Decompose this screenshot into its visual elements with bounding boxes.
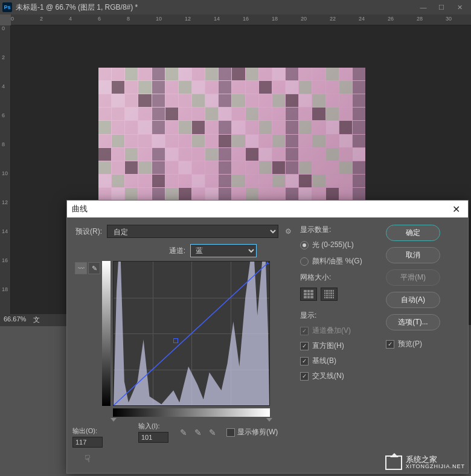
grid-size-small[interactable] — [300, 288, 317, 301]
output-gradient — [102, 261, 111, 406]
dialog-title: 曲线 — [72, 204, 449, 214]
curves-dialog: 曲线 ✕ 预设(R): 自定 ⚙ 通道: 蓝 〰 ✎ — [66, 200, 469, 474]
display-amount-label: 显示数量: — [300, 225, 379, 235]
smooth-button: 平滑(M) — [386, 269, 440, 286]
zoom-level[interactable]: 66.67% — [4, 315, 26, 325]
preview-label: 预览(P) — [398, 339, 422, 349]
eyedropper-gray-icon[interactable]: ✎ — [193, 427, 203, 438]
input-gradient — [113, 408, 270, 417]
preview-checkbox[interactable] — [386, 340, 394, 349]
curve-tool-point[interactable]: 〰 — [75, 262, 87, 274]
status-label: 文 — [33, 315, 40, 325]
input-label: 输入(I): — [138, 422, 168, 431]
eyedropper-white-icon[interactable]: ✎ — [207, 427, 218, 438]
show-label: 显示: — [300, 310, 379, 321]
preset-gear-icon[interactable]: ⚙ — [283, 227, 293, 236]
histogram-label: 直方图(H) — [312, 341, 344, 351]
maximize-button[interactable]: ☐ — [432, 1, 450, 13]
output-label: 输出(O): — [72, 426, 103, 436]
display-pigment-label: 颜料/油墨 %(G) — [312, 256, 362, 266]
minimize-button[interactable]: — — [414, 1, 432, 13]
options-button[interactable]: 选项(T)... — [386, 314, 440, 330]
svg-line-1 — [114, 262, 269, 405]
channel-overlay-checkbox — [300, 327, 309, 335]
display-pigment-radio[interactable] — [300, 257, 309, 266]
document-image[interactable] — [98, 68, 365, 201]
show-clip-label: 显示修剪(W) — [237, 427, 278, 437]
curve-point-end[interactable] — [267, 261, 270, 264]
ok-button[interactable]: 确定 — [386, 225, 440, 241]
dialog-close-button[interactable]: ✕ — [449, 202, 463, 216]
preset-label: 预设(R): — [75, 227, 102, 237]
auto-button[interactable]: 自动(A) — [386, 292, 440, 308]
ps-app-icon: Ps — [2, 2, 12, 12]
window-title: 未标题-1 @ 66.7% (图层 1, RGB/8#) * — [16, 2, 414, 13]
vertical-ruler: 024681012141618 — [0, 25, 11, 325]
input-value[interactable] — [138, 432, 168, 443]
eyedropper-black-icon[interactable]: ✎ — [178, 427, 189, 438]
channel-label: 通道: — [169, 246, 185, 256]
intersection-label: 交叉线(N) — [312, 371, 344, 381]
histogram-checkbox[interactable] — [300, 342, 309, 350]
cancel-button[interactable]: 取消 — [386, 247, 440, 263]
display-light-label: 光 (0-255)(L) — [312, 240, 354, 250]
grid-size-label: 网格大小: — [300, 272, 379, 283]
baseline-label: 基线(B) — [312, 356, 336, 366]
curve-point[interactable] — [173, 338, 178, 343]
channel-overlay-label: 通道叠加(V) — [312, 326, 351, 336]
intersection-checkbox[interactable] — [300, 372, 309, 381]
output-value[interactable] — [72, 437, 103, 448]
display-light-radio[interactable] — [300, 241, 309, 249]
close-button[interactable]: ✕ — [450, 1, 469, 13]
horizontal-ruler: 024681012141618202224262830 — [11, 14, 471, 25]
status-bar: 66.67% 文 — [0, 314, 66, 326]
preset-select[interactable]: 自定 — [107, 225, 278, 238]
show-clip-checkbox[interactable] — [226, 428, 235, 437]
channel-select[interactable]: 蓝 — [190, 244, 257, 257]
hand-tool-icon[interactable]: ☟ — [80, 451, 95, 466]
curve-tool-pencil[interactable]: ✎ — [88, 262, 100, 274]
curve-graph[interactable] — [113, 261, 270, 406]
baseline-checkbox[interactable] — [300, 357, 309, 365]
grid-size-large[interactable] — [321, 288, 338, 301]
